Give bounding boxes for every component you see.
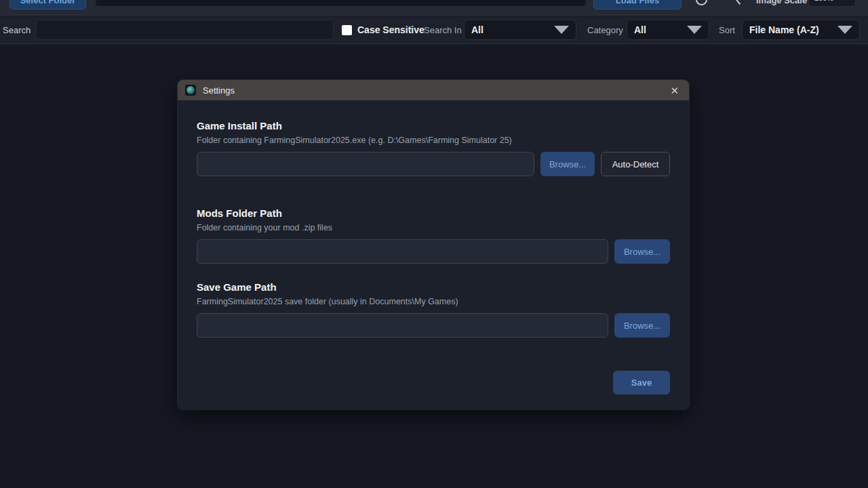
folder-path-input[interactable] [95, 0, 587, 7]
search-in-value: All [471, 24, 549, 35]
dialog-title: Settings [203, 85, 235, 96]
browse-button[interactable]: Browse... [614, 239, 670, 264]
section-description: Folder containing FarmingSimulator2025.e… [197, 136, 670, 145]
sort-value: File Name (A-Z) [749, 24, 832, 35]
save-game-path-input[interactable] [197, 313, 608, 338]
image-scale-label: Image Scale [756, 0, 807, 5]
sort-dropdown[interactable]: File Name (A-Z) [742, 20, 860, 40]
top-toolbar: Select Folder Load Files Image Scale 100… [0, 0, 868, 16]
settings-dialog: Settings ✕ Game Install Path Folder cont… [178, 80, 689, 409]
save-button[interactable]: Save [613, 371, 670, 394]
mods-folder-path-section: Mods Folder Path Folder containing your … [197, 207, 670, 264]
case-sensitive-checkbox[interactable] [342, 25, 352, 35]
category-value: All [634, 24, 682, 35]
category-label: Category [587, 25, 623, 35]
load-files-button[interactable]: Load Files [593, 0, 682, 9]
close-icon[interactable]: ✕ [667, 84, 682, 97]
dialog-titlebar[interactable]: Settings ✕ [178, 80, 689, 100]
section-heading: Game Install Path [197, 120, 670, 131]
save-game-path-section: Save Game Path FarmingSimulator2025 save… [197, 281, 670, 338]
image-scale-value: 100% [814, 0, 844, 2]
section-heading: Mods Folder Path [197, 207, 670, 219]
refresh-icon[interactable] [696, 0, 707, 5]
chevron-down-icon [837, 26, 852, 34]
chevron-down-icon [687, 26, 702, 34]
mods-folder-path-input[interactable] [197, 239, 608, 264]
search-input[interactable] [35, 20, 334, 40]
category-dropdown[interactable]: All [627, 20, 709, 40]
browse-button[interactable]: Browse... [540, 152, 595, 176]
search-label: Search [3, 25, 31, 35]
browse-button[interactable]: Browse... [614, 313, 670, 338]
app-logo-icon [185, 85, 196, 96]
game-install-path-input[interactable] [197, 152, 534, 176]
sort-label: Sort [719, 25, 735, 35]
chevron-down-icon [554, 26, 569, 34]
section-description: Folder containing your mod .zip files [197, 223, 670, 232]
section-heading: Save Game Path [197, 281, 670, 293]
game-install-path-section: Game Install Path Folder containing Farm… [197, 120, 670, 176]
search-in-dropdown[interactable]: All [464, 20, 576, 40]
image-scale-dropdown[interactable]: 100% [808, 0, 856, 7]
case-sensitive-label: Case Sensitive [357, 24, 425, 35]
select-folder-button[interactable]: Select Folder [9, 0, 86, 9]
dialog-body: Game Install Path Folder containing Farm… [178, 120, 689, 394]
auto-detect-button[interactable]: Auto-Detect [601, 152, 670, 176]
search-in-label: Search In [424, 25, 462, 35]
filter-toolbar: Search Case Sensitive Search In All Cate… [0, 16, 868, 44]
search-icon[interactable] [734, 0, 741, 5]
section-description: FarmingSimulator2025 save folder (usuall… [197, 297, 670, 306]
